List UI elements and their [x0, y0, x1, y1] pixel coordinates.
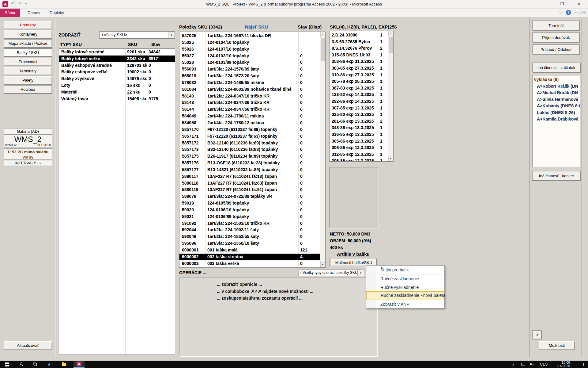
- sku-filter-combobox[interactable]: <Všetky SKU> ▼: [100, 31, 175, 39]
- table-row[interactable]: 5857175B26-11917 (6110234 fa:89) topánky…: [179, 153, 320, 160]
- table-row[interactable]: 59021124-0106/89 topánky0: [179, 213, 320, 220]
- sidebar-button-6[interactable]: Palety: [4, 76, 52, 84]
- scroll-down-icon[interactable]: ▼: [320, 262, 325, 267]
- search-icon[interactable]: [17, 361, 26, 368]
- table-row[interactable]: 5890781art/3fa: 224-0722/89 tepláky 3/40: [179, 193, 320, 200]
- restore-button[interactable]: ❐: [557, 2, 567, 6]
- scroll-down-icon[interactable]: ▼: [388, 156, 393, 161]
- table-row[interactable]: 5910921art/3fa: 224-1503/10 tričko KR0: [179, 220, 320, 227]
- table-row[interactable]: Balíky lotové veľké3342 sku8917: [59, 56, 175, 62]
- table-row[interactable]: 5857172B32-12140 (6110236 fa:89) topánky…: [179, 140, 320, 147]
- table-row[interactable]: 387-83 exp 14.3.20251: [330, 85, 388, 92]
- table-row[interactable]: 6000001001 taška malá121: [179, 247, 320, 254]
- table-row[interactable]: 133-82 exp 14.3.20251: [330, 91, 388, 98]
- sidebar-button-1[interactable]: Kontajnery: [4, 30, 52, 38]
- menu-item-4[interactable]: Zobraziť v ANP: [366, 300, 444, 309]
- sidebar-button-7[interactable]: Hotzóna: [4, 85, 52, 94]
- table-row[interactable]: 306-85 exp 12.3.20251: [330, 158, 388, 162]
- table-row[interactable]: 348-86 exp 13.3.20251: [330, 125, 388, 131]
- typy-sku-list[interactable]: Balíky lotové stredné9261 sku34842Balíky…: [59, 48, 175, 355]
- unloading-list[interactable]: Vykládka (6)A>Robert Králik (DNA>Michal …: [532, 75, 580, 167]
- table-row[interactable]: 8.S.14.32676 Přerov2: [330, 45, 388, 52]
- menu-item-2[interactable]: Ručné vyskladnenie: [366, 283, 444, 292]
- sidebar-button-2[interactable]: Mapa skladu / Pozície: [4, 39, 52, 48]
- menu-item-1[interactable]: Ručné zaskladnenie: [366, 274, 444, 283]
- scrollbar-thumb[interactable]: [389, 37, 393, 53]
- unloading-entry-5[interactable]: A>Kamila Drábiková: [534, 116, 580, 123]
- table-row[interactable]: 5857176B13-OSE18 (6110233 fa:28) topánky…: [179, 160, 320, 167]
- table-row[interactable]: Balíky eshopové veľké19002 sku0: [59, 69, 175, 75]
- table-row[interactable]: Materiál22 sku0: [59, 89, 175, 96]
- scroll-up-icon[interactable]: ▲: [388, 31, 393, 36]
- table-row[interactable]: 5810841art/3fa: 224-0601/89 nohavice tka…: [179, 86, 320, 93]
- close-button[interactable]: ✕: [575, 2, 584, 6]
- volume-icon[interactable]: ): [529, 361, 536, 368]
- network-icon[interactable]: [519, 361, 526, 368]
- refresh-button[interactable]: Aktualizovať: [4, 341, 52, 350]
- access-taskbar-button[interactable]: A: [74, 361, 85, 368]
- table-row[interactable]: 310-86 exp 27.3.20251: [330, 72, 388, 79]
- table-row[interactable]: Loty16 sku0: [59, 82, 175, 89]
- table-row[interactable]: Balíky zvyškové14676 sku0: [59, 75, 175, 82]
- table-row[interactable]: 205-78 exp 26.3.20251: [330, 78, 388, 85]
- table-row[interactable]: 5780322art/2fa: 224-1486/65 mikina0: [179, 79, 320, 86]
- file-explorer-icon[interactable]: [59, 361, 69, 368]
- table-row[interactable]: 5840492art/4fa: 224-1780/11 mikina0: [179, 113, 320, 120]
- table-row[interactable]: 5920441art/2fa: 224-1902/11 šaty0: [179, 227, 320, 233]
- internet-explorer-icon[interactable]: e: [45, 361, 54, 368]
- table-row[interactable]: 315-85 DNES 10:031: [330, 52, 388, 59]
- language-indicator[interactable]: CES: [538, 361, 549, 368]
- table-row[interactable]: 5950961art/3fa: 224-1550/10 šaty0: [179, 240, 320, 247]
- pin-ribbon-icon[interactable]: ♡: [559, 10, 563, 15]
- receiving-button[interactable]: Príjem dodávok: [532, 33, 580, 42]
- chevron-down-icon[interactable]: ▼: [357, 270, 364, 276]
- table-row[interactable]: 325-80 exp 13.3.20251: [330, 111, 388, 118]
- table-row[interactable]: 306-86 exp 12.3.20251: [330, 144, 388, 151]
- chevron-down-icon[interactable]: ▼: [168, 32, 175, 38]
- operacie-combobox[interactable]: <Všetky typy operácií položky SKU> ▼: [299, 270, 364, 276]
- tab-subor[interactable]: Súbor: [0, 9, 20, 17]
- find-sku-link[interactable]: Nájsť SKU: [245, 24, 268, 29]
- table-row[interactable]: Vrátený tovar15495 sku9175: [59, 96, 175, 102]
- table-row[interactable]: 6000003003 taška veľká0: [179, 260, 320, 267]
- help-icon[interactable]: ?: [566, 10, 571, 15]
- tray-chevron-icon[interactable]: ∧: [510, 361, 517, 368]
- table-row[interactable]: 588011713AF227 R7 (6110241 fa:13) župan0: [179, 173, 320, 180]
- table-row[interactable]: 2.D.24.330861: [330, 32, 388, 39]
- articles-in-package-link[interactable]: Artikle v balíku: [337, 251, 370, 257]
- table-row[interactable]: 292-86 exp 14.3.20251: [330, 98, 388, 105]
- table-row[interactable]: 336-85 exp 13.3.20251: [330, 131, 388, 138]
- intervals-bar[interactable]: INTERVALY ···: [4, 160, 52, 166]
- table-row[interactable]: 55028124-0103/89 topánky0: [179, 59, 320, 66]
- table-row[interactable]: 55025124-0104/10 topánky: [179, 39, 320, 46]
- table-row[interactable]: 5857177B13-14321 (6110232 fa:89) topánky…: [179, 167, 320, 173]
- table-row[interactable]: 5470251art/3fa: 224-1667/11 blúzka DR: [179, 33, 320, 39]
- table-row[interactable]: 358-86 exp 31.3.20251: [330, 58, 388, 65]
- terminal-button[interactable]: Terminál: [532, 21, 580, 30]
- table-row[interactable]: Balíky eshopové stredné129703 sk0: [59, 62, 175, 69]
- table-row[interactable]: 3.S.63.27685 Bytca1: [330, 39, 388, 45]
- table-row[interactable]: 5560931art/3fa: 224-1576/89 šaty0: [179, 66, 320, 73]
- table-row[interactable]: 5840502art/4fa: 224-1780/12 mikina0: [179, 120, 320, 126]
- unloading-entry-0[interactable]: A>Robert Králik (DN: [534, 83, 580, 90]
- sidebar-button-4[interactable]: Pracovníci: [4, 58, 52, 66]
- menu-item-3[interactable]: Ručné zaskladnenie - nová paleta: [366, 291, 444, 300]
- menu-item-0[interactable]: Štítky pre balík: [366, 266, 444, 274]
- mdi-window-controls[interactable]: — ❐ ☒: [574, 10, 586, 14]
- table-row[interactable]: 312-85 exp 12.3.20251: [330, 151, 388, 158]
- table-row[interactable]: 55027124-0103/10 topánky0: [179, 53, 320, 59]
- table-row[interactable]: 55026124-0107/10 topánky: [179, 46, 320, 53]
- table-row[interactable]: 5857171F97-12120 (6110237 fa:63) topánky…: [179, 133, 320, 140]
- arrival-departure-button[interactable]: Príchod / Odchod: [532, 44, 580, 54]
- scrollbar-thumb[interactable]: [321, 38, 325, 61]
- unloading-entry-2[interactable]: A>Silvia Hermanová: [534, 96, 580, 103]
- action-center-icon[interactable]: [578, 361, 586, 368]
- sidebar-button-0[interactable]: Prehľady: [4, 21, 52, 29]
- table-row[interactable]: 6010481art/3fa: 224-1583/89 šaty0: [179, 267, 320, 268]
- table-row[interactable]: 305-86 exp 12.3.20251: [330, 138, 388, 145]
- table-row[interactable]: 581431art/5fa: 224-0347/36 tričko KR0: [179, 99, 320, 106]
- unloading-entry-3[interactable]: A>Kubániy (DNES 6:0: [534, 103, 580, 109]
- other-activity-start-button[interactable]: Iná činnosť - začiatok: [532, 63, 580, 72]
- task-view-icon[interactable]: [31, 361, 40, 368]
- polozky-sku-list[interactable]: 5470251art/3fa: 224-1667/11 blúzka DR550…: [179, 32, 326, 268]
